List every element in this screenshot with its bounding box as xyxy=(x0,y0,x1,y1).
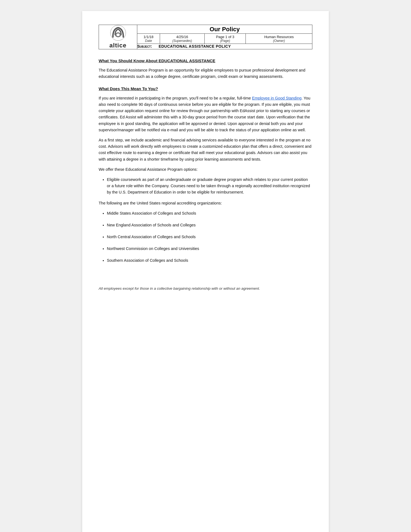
accrediting-orgs-list: Middle States Association of Colleges an… xyxy=(107,210,312,264)
option-item-coursework: Eligible coursework as part of an underg… xyxy=(107,177,312,196)
policy-title: Our Policy xyxy=(137,25,312,34)
logo-text: altice xyxy=(109,42,126,49)
document-page: altice Our Policy 1/1/18 Date 4/25/16 (S… xyxy=(82,11,329,532)
paragraph-accrediting-intro: The following are the United States regi… xyxy=(99,200,312,206)
footer-note: All employees except for those in a coll… xyxy=(99,280,312,292)
paragraph-advisors: As a first step, we include academic and… xyxy=(99,137,312,163)
header-table: altice Our Policy 1/1/18 Date 4/25/16 (S… xyxy=(99,25,312,49)
supersedes-cell: 4/25/16 (Supersedes) xyxy=(160,34,204,44)
list-item: New England Association of Schools and C… xyxy=(107,222,312,228)
date-cell: 1/1/18 Date xyxy=(137,34,160,44)
paragraph-eligibility-after-link: . You also need to complete 90 days of c… xyxy=(99,96,310,132)
logo-cell: altice xyxy=(99,25,137,49)
employee-good-standing-link[interactable]: Employee in Good Standing xyxy=(252,96,302,100)
heading-educational-assistance: What You Should Know About EDUCATIONAL A… xyxy=(99,58,312,64)
heading-what-does-this-mean: What Does This Mean To You? xyxy=(99,86,312,92)
options-list: Eligible coursework as part of an underg… xyxy=(107,177,312,196)
owner-cell: Human Resources (Owner) xyxy=(246,34,312,44)
svg-point-2 xyxy=(116,33,120,36)
logo-container: altice xyxy=(99,25,137,49)
subject-label: Subject: xyxy=(137,44,152,49)
list-item: Northwest Commission on Colleges and Uni… xyxy=(107,246,312,252)
subject-value: EDUCATIONAL ASSISTANCE POLICY xyxy=(159,44,231,49)
paragraph-eligibility-before-link: If you are interested in participating i… xyxy=(99,96,252,100)
paragraph-intro: The Educational Assistance Program is an… xyxy=(99,67,312,80)
list-item: Southern Association of Colleges and Sch… xyxy=(107,257,312,264)
list-item: Middle States Association of Colleges an… xyxy=(107,210,312,217)
document-body: What You Should Know About EDUCATIONAL A… xyxy=(99,58,312,292)
paragraph-eligibility: If you are interested in participating i… xyxy=(99,95,312,133)
page-cell: Page 1 of 3 (Page) xyxy=(204,34,246,44)
paragraph-options-intro: We offer these Educational Assistance Pr… xyxy=(99,166,312,173)
subject-row: Subject: EDUCATIONAL ASSISTANCE POLICY xyxy=(137,44,312,49)
altice-logo-icon xyxy=(110,25,126,41)
list-item: North Central Association of Colleges an… xyxy=(107,234,312,240)
